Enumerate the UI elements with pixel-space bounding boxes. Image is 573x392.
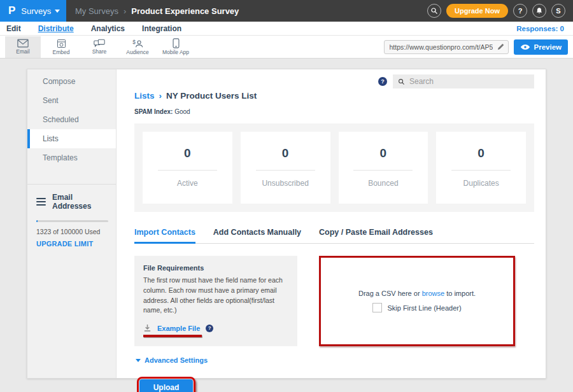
dropzone-text-before: Drag a CSV here or: [358, 290, 420, 297]
audience-icon: $: [132, 39, 144, 48]
stat-label: Unsubscribed: [241, 179, 330, 188]
header-actions: Upgrade Now ? S: [427, 4, 573, 18]
survey-url-input[interactable]: [384, 40, 509, 54]
channel-embed[interactable]: Embed: [43, 36, 79, 58]
spam-index-value: Good: [174, 108, 190, 115]
bell-icon: [535, 7, 543, 15]
nav-item-integration[interactable]: Integration: [142, 24, 181, 33]
stat-value: 0: [339, 146, 428, 160]
breadcrumb-my-surveys[interactable]: My Surveys: [75, 6, 118, 16]
mobile-phone-icon: [173, 38, 180, 48]
questionpro-logo: P: [8, 4, 15, 17]
lists-breadcrumb-link[interactable]: Lists: [134, 91, 155, 101]
contacts-search-input[interactable]: [409, 77, 529, 86]
nav-item-edit[interactable]: Edit: [6, 24, 21, 33]
sidebar-item-sent[interactable]: Sent: [27, 91, 116, 110]
sidebar-item-lists[interactable]: Lists: [27, 129, 116, 148]
usage-text: 1323 of 100000 Used: [36, 228, 108, 235]
example-file-link[interactable]: Example File: [157, 325, 200, 332]
stat-divider: [451, 170, 511, 171]
responses-count-link[interactable]: Responses: 0: [516, 25, 567, 32]
spam-index-label: SPAM Index:: [134, 108, 173, 115]
tab-copy-paste-email-addresses[interactable]: Copy / Paste Email Addresses: [319, 228, 433, 244]
channel-mobile-app[interactable]: Mobile App: [158, 36, 194, 58]
tab-import-contacts[interactable]: Import Contacts: [134, 228, 195, 244]
survey-nav: Edit Distribute Analytics Integration Re…: [0, 22, 573, 36]
question-mark-icon: ?: [208, 325, 211, 331]
csv-dropzone[interactable]: Drag a CSV here or browse to import. Ski…: [319, 256, 515, 346]
browse-link[interactable]: browse: [422, 290, 444, 297]
product-switcher-label: Surveys: [21, 6, 51, 16]
edit-pencil-icon[interactable]: [497, 43, 505, 51]
dropzone-instruction: Drag a CSV here or browse to import.: [358, 290, 476, 297]
advanced-settings-toggle[interactable]: Advanced Settings: [136, 356, 534, 364]
sidebar-item-scheduled[interactable]: Scheduled: [27, 110, 116, 129]
skip-first-line-checkbox[interactable]: [372, 303, 382, 312]
help-button[interactable]: ?: [513, 4, 527, 18]
stat-card-duplicates: 0 Duplicates: [436, 132, 526, 204]
channel-share[interactable]: Share: [81, 36, 117, 58]
channel-email[interactable]: Email: [5, 36, 41, 58]
breadcrumb: My Surveys › Product Experience Survey: [66, 6, 427, 16]
stat-card-active: 0 Active: [143, 132, 232, 204]
list-breadcrumb: Lists › NY Product Users List: [134, 91, 534, 101]
upload-button[interactable]: Upload: [139, 379, 193, 392]
list-icon: [36, 198, 46, 206]
email-addresses-title: Email Addresses: [52, 193, 108, 211]
example-file-help-button[interactable]: ?: [206, 325, 213, 332]
channel-label: Mobile App: [162, 49, 189, 55]
channel-label: Audience: [126, 49, 148, 55]
red-annotation-underline: [143, 335, 202, 337]
notifications-button[interactable]: [532, 4, 546, 18]
stat-card-unsubscribed: 0 Unsubscribed: [241, 132, 330, 204]
toolbar-right: Preview: [384, 39, 568, 55]
stat-divider: [256, 170, 315, 171]
file-requirements-box: File Requirements The first row must hav…: [134, 256, 297, 346]
breadcrumb-separator-icon: ›: [159, 91, 162, 101]
list-stats: 0 Active 0 Unsubscribed 0 Bounced 0 Dupl…: [134, 123, 534, 212]
upgrade-limit-link[interactable]: UPGRADE LIMIT: [36, 240, 108, 248]
channel-label: Email: [16, 48, 29, 55]
stat-value: 0: [241, 146, 330, 160]
channel-audience[interactable]: $ Audience: [120, 36, 155, 58]
svg-text:$: $: [132, 39, 136, 45]
caret-down-icon: [136, 359, 141, 362]
envelope-icon: [17, 39, 29, 48]
skip-first-line-label: Skip First Line (Header): [387, 304, 461, 312]
email-addresses-section: Email Addresses 1323 of 100000 Used UPGR…: [27, 185, 116, 248]
sidebar-item-compose[interactable]: Compose: [27, 72, 116, 91]
breadcrumb-separator-icon: ›: [124, 6, 126, 16]
list-detail-panel: ? Lists › NY Product Users List SPAM Ind…: [117, 69, 546, 378]
download-icon: [143, 324, 152, 332]
channel-label: Embed: [53, 49, 70, 55]
eye-icon: [520, 44, 530, 50]
stat-label: Duplicates: [436, 179, 526, 188]
top-header: P Surveys My Surveys › Product Experienc…: [0, 0, 573, 22]
product-switcher-dropdown[interactable]: Surveys: [21, 6, 60, 16]
spam-index: SPAM Index: Good: [134, 108, 534, 115]
nav-item-analytics[interactable]: Analytics: [91, 24, 125, 33]
stat-divider: [353, 170, 413, 171]
share-bubbles-icon: [94, 39, 105, 48]
tab-add-contacts-manually[interactable]: Add Contacts Manually: [213, 228, 301, 244]
nav-item-distribute[interactable]: Distribute: [38, 24, 74, 33]
user-avatar[interactable]: S: [551, 4, 565, 18]
stat-value: 0: [143, 146, 232, 160]
header-search-button[interactable]: [427, 4, 441, 18]
stat-label: Active: [143, 179, 232, 188]
upgrade-now-button[interactable]: Upgrade Now: [446, 4, 508, 18]
contacts-search-box: [393, 74, 534, 88]
question-mark-icon: ?: [381, 78, 385, 85]
embed-icon: [57, 39, 66, 48]
stat-card-bounced: 0 Bounced: [339, 132, 428, 204]
search-icon: [430, 7, 438, 15]
preview-button[interactable]: Preview: [514, 39, 568, 55]
search-icon: [398, 78, 405, 85]
email-distribution-panel: Compose Sent Scheduled Lists Templates E…: [27, 69, 546, 379]
sidebar-item-templates[interactable]: Templates: [27, 148, 116, 167]
file-requirements-title: File Requirements: [143, 264, 288, 272]
list-help-button[interactable]: ?: [378, 77, 387, 86]
list-name: NY Product Users List: [166, 91, 257, 101]
stat-label: Bounced: [339, 179, 428, 188]
advanced-settings-label: Advanced Settings: [145, 356, 208, 364]
